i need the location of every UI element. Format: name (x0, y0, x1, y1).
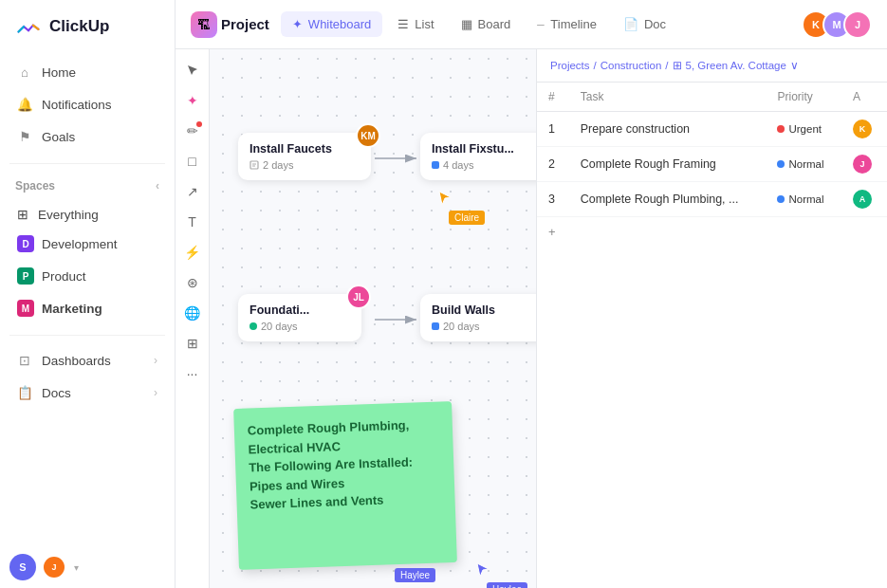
magic-tool[interactable]: ⚡ (179, 239, 206, 266)
tab-whiteboard[interactable]: ✦ Whiteboard (281, 11, 382, 37)
sidebar-item-everything[interactable]: ⊞ Everything (8, 200, 167, 229)
card-install-faucets[interactable]: Install Faucets 2 days KM (238, 133, 371, 180)
card-meta: 2 days (249, 159, 360, 171)
tab-board-label: Board (478, 17, 511, 31)
sidebar-item-home[interactable]: ⌂ Home (8, 57, 167, 87)
col-priority: Priority (766, 83, 841, 112)
tab-whiteboard-label: Whiteboard (308, 17, 371, 31)
board-tab-icon: ▦ (461, 17, 472, 31)
chevron-down-icon[interactable]: ‹ (156, 179, 159, 193)
row-assignee: J (841, 147, 887, 182)
card-meta: 20 days (249, 321, 350, 332)
card-build-walls[interactable]: Build Walls 20 days PL (420, 294, 536, 341)
whiteboard-tab-icon: ✦ (292, 17, 303, 31)
text-tool[interactable]: T (179, 209, 206, 235)
cursor-haylee-label: Haylee (487, 582, 527, 588)
tab-doc[interactable]: 📄 Doc (612, 11, 677, 37)
card-meta: 20 days (432, 321, 536, 332)
table-row[interactable]: 1 Prepare construction Urgent K (537, 112, 887, 147)
cursor-claire-label: Claire (449, 211, 485, 225)
connector-tool[interactable]: ↗ (179, 178, 206, 205)
docs-icon: 📋 (17, 385, 32, 400)
sidebar-item-notifications[interactable]: 🔔 Notifications (8, 89, 167, 119)
everything-label: Everything (38, 208, 99, 222)
chevron-right-icon2: › (154, 386, 157, 399)
tasks-table: # Task Priority A 1 Prepare construction (537, 83, 887, 217)
row-assignee: K (841, 112, 887, 147)
table-row[interactable]: 2 Complete Rough Framing Normal J (537, 147, 887, 182)
row-num: 1 (537, 112, 569, 147)
breadcrumb-construction[interactable]: Construction (601, 60, 662, 71)
sidebar-item-development[interactable]: D Development (8, 229, 167, 259)
header: 🏗 Project ✦ Whiteboard ☰ List ▦ Board ⏤ … (176, 0, 887, 49)
breadcrumb-arrow: ∨ (790, 59, 799, 72)
clickup-logo-icon (15, 13, 42, 40)
row-num: 2 (537, 147, 569, 182)
tab-list[interactable]: ☰ List (386, 11, 445, 37)
user-avatar[interactable]: S (9, 554, 36, 580)
more-tool[interactable]: ··· (179, 360, 206, 387)
toolbar: ✦ ✏ □ ↗ T ⚡ ⊛ 🌐 ⊞ ··· (176, 49, 210, 588)
whiteboard-area: ✦ ✏ □ ↗ T ⚡ ⊛ 🌐 ⊞ ··· (176, 49, 887, 588)
tool-indicator (196, 121, 202, 127)
priority-label: Normal (788, 193, 823, 205)
table-row[interactable]: 3 Complete Rough Plumbing, ... Normal A (537, 182, 887, 217)
embed-tool[interactable]: ⊞ (179, 330, 206, 357)
product-label: Product (42, 269, 86, 284)
chevron-right-icon: › (154, 354, 157, 367)
sidebar-item-goals[interactable]: ⚑ Goals (8, 121, 167, 152)
sidebar-user-row: S J ▾ (0, 546, 175, 588)
card-days: 20 days (443, 321, 480, 332)
card-title: Foundati... (249, 303, 350, 317)
timeline-tab-icon: ⏤ (537, 17, 545, 31)
sidebar-item-marketing[interactable]: M Marketing (8, 293, 167, 323)
priority-label: Normal (788, 158, 823, 170)
tab-board[interactable]: ▦ Board (450, 11, 523, 37)
project-icon: 🏗 (191, 11, 217, 38)
list-tab-icon: ☰ (397, 17, 409, 31)
card-days: 20 days (261, 321, 298, 332)
card-foundation[interactable]: Foundati... 20 days JL (238, 294, 361, 341)
card-meta: 4 days (432, 159, 536, 171)
priority-label: Urgent (788, 123, 822, 135)
canvas: Install Faucets 2 days KM Install Fixstu… (210, 49, 536, 588)
sidebar-item-label: Goals (42, 130, 75, 144)
side-panel: Projects / Construction / ⊞ 5, Green Av.… (536, 49, 887, 588)
sticky-note[interactable]: Complete Rough Plumbing,Electrical HVACT… (233, 401, 457, 570)
breadcrumb-projects[interactable]: Projects (550, 60, 590, 71)
breadcrumb-icon: ⊞ (673, 59, 682, 72)
sidebar-item-docs[interactable]: 📋 Docs › (8, 377, 167, 408)
sidebar-item-label: Notifications (42, 98, 112, 112)
col-assignee: A (841, 83, 887, 112)
user-menu-icon[interactable]: ▾ (74, 562, 79, 573)
card-avatar: JL (346, 285, 371, 309)
spaces-label: Spaces (15, 179, 55, 193)
breadcrumb-sep1: / (594, 60, 597, 71)
development-dot: D (17, 235, 34, 252)
add-row-button[interactable]: + (537, 217, 887, 247)
draw-tool[interactable]: ✏ (179, 118, 206, 144)
logo-text: ClickUp (49, 17, 109, 36)
sidebar-item-dashboards[interactable]: ⊡ Dashboards › (8, 345, 167, 376)
tab-list-label: List (415, 17, 434, 31)
sidebar: ClickUp ⌂ Home 🔔 Notifications ⚑ Goals S… (0, 0, 176, 588)
tab-timeline[interactable]: ⏤ Timeline (526, 11, 608, 37)
sidebar-item-product[interactable]: P Product (8, 261, 167, 291)
user-avatar2[interactable]: J (44, 557, 65, 578)
network-tool[interactable]: ⊛ (179, 269, 206, 296)
bell-icon: 🔔 (17, 97, 32, 112)
row-num: 3 (537, 182, 569, 217)
logo: ClickUp (0, 0, 175, 53)
breadcrumb-task[interactable]: 5, Green Av. Cottage (686, 60, 786, 71)
globe-tool[interactable]: 🌐 (179, 300, 206, 326)
select-tool[interactable] (179, 57, 206, 83)
plus-icon: + (548, 225, 556, 239)
header-avatar-3[interactable]: J (843, 10, 872, 39)
row-assignee: A (841, 182, 887, 217)
star-tool[interactable]: ✦ (179, 87, 206, 114)
header-avatars: K M J (809, 10, 872, 39)
card-install-fixstu[interactable]: Install Fixstu... 4 days AM (420, 133, 536, 180)
shape-tool[interactable]: □ (179, 148, 206, 175)
card-avatar: KM (356, 123, 380, 148)
card-days: 2 days (263, 159, 293, 171)
